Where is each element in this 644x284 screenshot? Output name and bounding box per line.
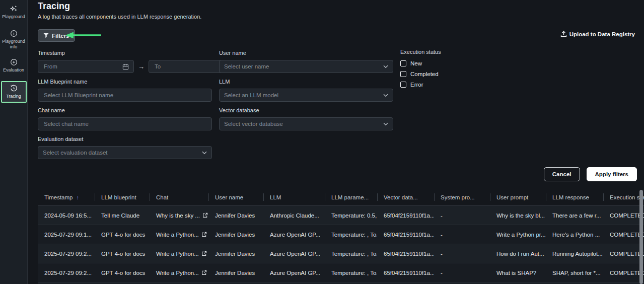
- cell-vector_database: 65f04f2159110f1a...: [377, 232, 434, 238]
- cell-llm_response: There are a few r...: [546, 212, 603, 219]
- column-header-llm_parameters[interactable]: LLM parame...: [325, 189, 377, 205]
- timestamp-from-field[interactable]: [38, 60, 134, 73]
- evaluation-dataset-select[interactable]: Select evaluation dataset: [38, 146, 212, 159]
- cell-value: Write a Python...: [156, 270, 199, 276]
- llm-select[interactable]: Select an LLM model: [219, 89, 393, 102]
- tracing-table: Timestamp↑LLM blueprintChatUser nameLLML…: [38, 189, 644, 284]
- checkbox-completed[interactable]: [400, 71, 406, 77]
- llm-blueprint-name-field[interactable]: [38, 89, 212, 102]
- vector-database-select[interactable]: Select vector database: [219, 117, 393, 130]
- sidebar-item-tracing[interactable]: Tracing: [1, 81, 27, 103]
- table-header-row: Timestamp↑LLM blueprintChatUser nameLLML…: [38, 189, 644, 206]
- sidebar-item-playground-info[interactable]: Playground info: [2, 28, 26, 52]
- cell-value: There are a few r...: [552, 212, 601, 219]
- sidebar-item-label: Playground info: [2, 39, 26, 50]
- execution-status-label: Execution status: [400, 49, 501, 55]
- cell-value: Write a Python...: [156, 251, 199, 257]
- column-header-label: Timestamp: [44, 194, 73, 200]
- upload-to-data-registry-button[interactable]: Upload to Data Registry: [560, 31, 635, 37]
- llm-label: LLM: [219, 79, 393, 85]
- cell-value: Temperature: , To...: [331, 270, 377, 276]
- vertical-scrollbar[interactable]: [639, 190, 643, 284]
- external-link-icon[interactable]: [202, 212, 208, 218]
- cell-execution_status: COMPLETED: [603, 212, 644, 219]
- cell-value: Temperature: , To...: [331, 251, 377, 257]
- column-header-user_prompt[interactable]: User prompt: [490, 189, 546, 205]
- column-header-label: Execution status: [610, 194, 644, 200]
- execution-status-option-error: Error: [400, 82, 501, 88]
- chat-name-field[interactable]: [38, 117, 212, 130]
- cell-value: Azure OpenAI GP...: [270, 232, 320, 238]
- column-header-system_prompt[interactable]: System pro...: [434, 189, 490, 205]
- cell-value: Jennifer Davies: [215, 251, 255, 257]
- sidebar-item-label: Evaluation: [3, 67, 24, 73]
- sidebar-item-label: Tracing: [6, 94, 21, 99]
- external-link-icon[interactable]: [201, 270, 207, 275]
- cell-value: 65f04f2159110f1a...: [384, 251, 434, 257]
- checkbox-error[interactable]: [400, 82, 406, 88]
- user-name-select[interactable]: Select user name: [219, 60, 393, 73]
- column-header-chat[interactable]: Chat: [150, 189, 208, 205]
- cell-llm_blueprint: GPT 4-o for docs: [95, 232, 150, 238]
- cell-value: GPT 4-o for docs: [101, 232, 145, 238]
- info-icon: [10, 30, 18, 37]
- table-row[interactable]: 2025-07-29 09:1...GPT 4-o for docsWrite …: [38, 225, 644, 244]
- cell-value: Why is the sky ...: [156, 212, 200, 219]
- column-header-timestamp[interactable]: Timestamp↑: [38, 189, 95, 205]
- cell-value: 65f04f2159110f1a...: [384, 270, 434, 276]
- cell-chat: Write a Python...: [150, 232, 208, 238]
- column-header-label: Vector data...: [384, 194, 418, 200]
- column-header-llm_blueprint[interactable]: LLM blueprint: [95, 189, 150, 205]
- table-row[interactable]: 2024-05-09 16:5...Tell me ClaudeWhy is t…: [38, 206, 644, 225]
- sort-ascending-icon: ↑: [76, 194, 79, 200]
- external-link-icon[interactable]: [201, 251, 207, 256]
- column-header-vector_database[interactable]: Vector data...: [377, 189, 434, 205]
- cell-user_prompt: Why is the sky bl...: [490, 212, 546, 219]
- cell-llm_parameters: Temperature: , To...: [325, 232, 377, 238]
- external-link-icon[interactable]: [201, 232, 207, 237]
- cell-value: Why is the sky bl...: [496, 212, 545, 219]
- cell-llm_response: Here's a Python ...: [546, 232, 603, 238]
- cell-value: What is SHAP?: [496, 270, 536, 276]
- column-header-label: LLM blueprint: [101, 194, 136, 200]
- cell-value: COMPLETED: [610, 270, 644, 276]
- arrow-right-icon: →: [138, 63, 145, 70]
- column-header-label: Chat: [156, 194, 168, 200]
- column-header-label: LLM response: [552, 194, 589, 200]
- cancel-button[interactable]: Cancel: [544, 167, 580, 181]
- funnel-icon: [43, 33, 49, 38]
- cell-value: Running Autopilot...: [552, 251, 603, 257]
- cell-execution_status: COMPLETED: [603, 270, 644, 276]
- sidebar-item-playground[interactable]: Playground: [2, 3, 26, 22]
- chevron-down-icon: [383, 122, 388, 126]
- cell-llm_blueprint: GPT 4-o for docs: [95, 270, 150, 276]
- cell-llm_parameters: Temperature: 0.5,...: [325, 212, 377, 219]
- chat-name-input[interactable]: [43, 120, 207, 127]
- column-header-llm[interactable]: LLM: [263, 189, 325, 205]
- column-header-label: LLM parame...: [331, 194, 369, 200]
- cell-value: Jennifer Davies: [215, 212, 255, 219]
- checkbox-new[interactable]: [400, 60, 406, 66]
- cell-chat: Why is the sky ...: [150, 212, 208, 219]
- timestamp-from-input[interactable]: [43, 63, 122, 70]
- cell-user_prompt: How do I run Aut...: [490, 251, 546, 257]
- cell-execution_status: COMPLETED: [603, 232, 644, 238]
- column-header-execution_status[interactable]: Execution status: [603, 189, 644, 205]
- sidebar-item-evaluation[interactable]: Evaluation: [2, 56, 26, 75]
- cell-value: 2025-07-29 09:1...: [44, 232, 92, 238]
- cell-system_prompt: -: [434, 251, 490, 257]
- cell-llm_parameters: Temperature: , To...: [325, 251, 377, 257]
- llm-blueprint-name-input[interactable]: [43, 92, 207, 99]
- column-header-user_name[interactable]: User name: [208, 189, 263, 205]
- cell-timestamp: 2024-05-09 16:5...: [38, 212, 95, 219]
- cell-value: Tell me Claude: [101, 212, 139, 219]
- column-header-llm_response[interactable]: LLM response: [546, 189, 603, 205]
- table-row[interactable]: 2025-07-29 09:2...GPT 4-o for docsWrite …: [38, 244, 644, 263]
- cell-value: Jennifer Davies: [215, 232, 255, 238]
- column-header-label: LLM: [270, 194, 281, 200]
- table-row[interactable]: 2025-07-29 09:2...GPT 4-o for docsWrite …: [38, 263, 644, 282]
- apply-filters-button[interactable]: Apply filters: [587, 167, 637, 181]
- cell-user_name: Jennifer Davies: [208, 232, 263, 238]
- upload-icon: [560, 31, 567, 37]
- cell-value: 2025-07-29 09:2...: [44, 270, 92, 276]
